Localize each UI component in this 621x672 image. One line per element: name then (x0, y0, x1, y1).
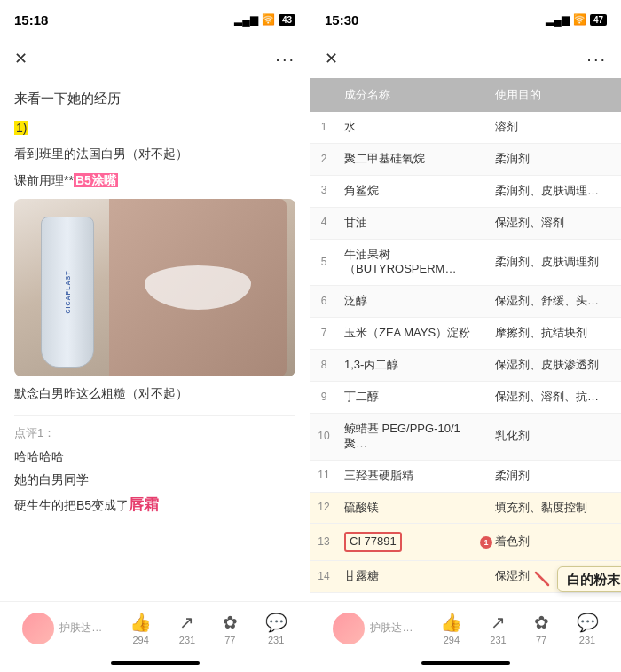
row-ingredient-name: 角鲨烷 (337, 175, 488, 207)
left-time: 15:18 (14, 12, 48, 28)
left-home-indicator-bar (0, 654, 310, 672)
row-num: 10 (310, 413, 337, 460)
row-purpose: 保湿剂、舒缓、头… (488, 286, 621, 318)
post-image: CICAPLAST (14, 199, 295, 376)
right-like-count: 294 (444, 635, 460, 645)
right-more-button[interactable]: ··· (586, 49, 607, 69)
right-user-info: 护肤达… (333, 613, 413, 644)
right-close-button[interactable]: ✕ (325, 49, 338, 68)
like-icon: 👍 (130, 612, 152, 633)
row-num: 11 (310, 460, 337, 492)
right-star-button[interactable]: ✿ 77 (534, 612, 549, 645)
row-ingredient-name: 牛油果树（BUTYROSPERM… (337, 239, 488, 286)
white-powder-tooltip: 白的粉末 (557, 566, 621, 593)
row-num: 5 (310, 239, 337, 286)
comment-count: 231 (268, 635, 284, 645)
signal-icon: ▂▄▆ (234, 13, 258, 26)
post-line3: 课前用理**B5涂嘴 (14, 170, 295, 192)
share-icon: ↗ (179, 612, 194, 633)
right-star-count: 77 (536, 635, 546, 645)
left-status-bar: 15:18 ▂▄▆ 🛜 43 (0, 0, 310, 39)
row-purpose: 保湿剂、溶剂 (488, 207, 621, 239)
star-icon: ✿ (223, 612, 238, 633)
right-nav-bar: ✕ ··· (310, 39, 621, 78)
table-row: 12硫酸镁填充剂、黏度控制 (310, 492, 621, 524)
user-info: 护肤达… (22, 613, 102, 644)
comment-3-highlight: 唇霜 (129, 496, 159, 513)
image-bg: CICAPLAST (14, 199, 295, 376)
share-count: 231 (179, 635, 195, 645)
left-home-indicator (111, 661, 200, 665)
row-purpose: 乳化剂 (488, 413, 621, 460)
row-num: 14 (310, 561, 337, 593)
comment-button[interactable]: 💬 231 (265, 612, 287, 645)
like-button[interactable]: 👍 294 (130, 612, 152, 645)
comment-3: 硬生生的把B5变成了唇霜 (14, 493, 295, 517)
row-num: 6 (310, 286, 337, 318)
right-share-button[interactable]: ↗ 231 (490, 612, 506, 645)
right-comment-icon: 💬 (577, 612, 599, 633)
post-line3-highlight: B5涂嘴 (74, 173, 118, 187)
left-close-button[interactable]: ✕ (14, 49, 28, 68)
right-like-button[interactable]: 👍 294 (440, 612, 462, 645)
right-status-icons: ▂▄▆ 🛜 47 (546, 13, 607, 26)
star-button[interactable]: ✿ 77 (223, 612, 238, 645)
ingredient-table-container: 成分名称 使用目的 1水溶剂2聚二甲基硅氧烷柔润剂3角鲨烷柔润剂、皮肤调理…4甘… (310, 78, 621, 601)
table-header: 成分名称 使用目的 (310, 78, 621, 112)
row-purpose: 柔润剂、皮肤调理… (488, 175, 621, 207)
row-ingredient-name: 鲸蜡基 PEG/PPG-10/1 聚… (337, 413, 488, 460)
comment-1: 哈哈哈哈 (14, 447, 295, 466)
table-row: 4甘油保湿剂、溶剂 (310, 207, 621, 239)
right-share-count: 231 (490, 635, 506, 645)
row-ingredient-name: 硫酸镁 (337, 492, 488, 524)
right-user-avatar (333, 613, 365, 644)
table-row: 81,3-丙二醇保湿剂、皮肤渗透剂 (310, 350, 621, 382)
right-battery: 47 (590, 14, 607, 26)
right-home-indicator (421, 661, 510, 665)
post-title: 来看一下她的经历 (14, 89, 295, 109)
share-button[interactable]: ↗ 231 (179, 612, 195, 645)
user-avatar (22, 613, 54, 644)
row-ingredient-name: 丁二醇 (337, 382, 488, 414)
row-ingredient-name: 辛酰甘氨酸 (337, 593, 488, 601)
row-ingredient-name: 1,3-丙二醇 (337, 350, 488, 382)
table-row: 11三羟基硬脂精柔润剂 (310, 460, 621, 492)
col-num-header (310, 78, 337, 112)
row-purpose: 溶剂 (488, 112, 621, 143)
right-home-indicator-bar (310, 654, 621, 672)
line1-num: 1) (14, 121, 28, 135)
col-purpose-header: 使用目的 (488, 78, 621, 112)
ci-ingredient-box: CI 77891 (344, 532, 402, 552)
row-purpose: 保湿剂、溶剂、抗… (488, 382, 621, 414)
row-purpose: 填充剂、黏度控制 (488, 492, 621, 524)
row-purpose: 摩擦剂、抗结块剂 (488, 318, 621, 350)
user-name: 护肤达… (59, 621, 102, 636)
row-ingredient-name: 聚二甲基硅氧烷 (337, 143, 488, 175)
row-num: 1 (310, 112, 337, 143)
row-ingredient-name: 水 (337, 112, 488, 143)
row-purpose: 着色剂白的粉末 (488, 524, 621, 561)
row-purpose: 保湿剂、皮肤渗透剂 (488, 350, 621, 382)
right-comment-count: 231 (579, 635, 595, 645)
comment-2: 她的白男同学 (14, 470, 295, 489)
row-num: 3 (310, 175, 337, 207)
row-ingredient-name: 三羟基硬脂精 (337, 460, 488, 492)
row-purpose: 柔润剂 (488, 143, 621, 175)
right-share-icon: ↗ (491, 612, 506, 633)
table-body: 1水溶剂2聚二甲基硅氧烷柔润剂3角鲨烷柔润剂、皮肤调理…4甘油保湿剂、溶剂5牛油… (310, 112, 621, 601)
star-count: 77 (224, 635, 235, 645)
left-more-button[interactable]: ··· (275, 49, 295, 69)
lips-area (109, 199, 287, 376)
right-status-bar: 15:30 ▂▄▆ 🛜 47 (310, 0, 621, 39)
right-comment-button[interactable]: 💬 231 (577, 612, 599, 645)
annotation-arrow-icon (532, 569, 554, 590)
post-line1: 1) (14, 118, 295, 139)
table-row: 3角鲨烷柔润剂、皮肤调理… (310, 175, 621, 207)
like-count: 294 (132, 635, 148, 645)
lip-gloss-visual (145, 265, 251, 310)
row-num: 7 (310, 318, 337, 350)
table-row: 5牛油果树（BUTYROSPERM…柔润剂、皮肤调理剂 (310, 239, 621, 286)
comment-3-pre: 硬生生的把B5变成了 (14, 498, 129, 512)
row-purpose: 柔润剂 (488, 460, 621, 492)
left-nav-bar: ✕ ··· (0, 39, 310, 78)
